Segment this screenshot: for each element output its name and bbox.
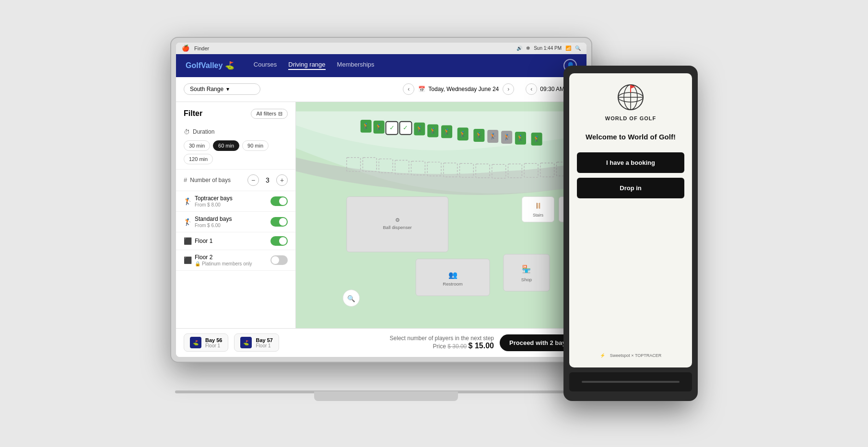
bay57-info: Bay 57 Floor 1 xyxy=(256,337,272,348)
date-next-button[interactable]: › xyxy=(503,83,514,95)
kiosk-welcome: Welcome to World of Golf! xyxy=(586,133,676,141)
bottom-bar: ⛳ Bay 56 Floor 1 ⛳ Bay 57 Floor 1 xyxy=(176,328,586,357)
kiosk-footer-text: Sweetspot × TOPTRACER xyxy=(610,353,661,358)
svg-text:🏌: 🏌 xyxy=(363,123,370,129)
standard-label: Standard bays xyxy=(195,216,232,222)
main-layout: Filter All filters ⊟ ⏱ Duration xyxy=(176,102,586,328)
standard-info: Standard bays From $ 6.00 xyxy=(195,216,232,228)
svg-text:🏌: 🏌 xyxy=(459,130,467,137)
bays-label: Number of bays xyxy=(190,177,231,183)
macbook-screen: 🍎 Finder 🔊 ✻ Sun 1:44 PM 📶 🔍 xyxy=(176,43,586,357)
floor2-toggle[interactable] xyxy=(270,255,288,265)
svg-text:🏌: 🏌 xyxy=(476,132,483,138)
clock-icon: ⏱ xyxy=(184,128,190,136)
pill-120min[interactable]: 120 min xyxy=(184,154,213,164)
price-info: Select number of players in the next ste… xyxy=(390,335,494,350)
toptracer-icon: 🏌 xyxy=(184,197,192,205)
svg-text:✓: ✓ xyxy=(403,124,408,131)
svg-text:✓: ✓ xyxy=(389,124,395,131)
nav-logo: GolfValley ⛳ xyxy=(186,61,235,70)
nav-driving-range[interactable]: Driving range xyxy=(288,61,325,70)
svg-rect-51 xyxy=(522,196,554,222)
menu-time: Sun 1:44 PM xyxy=(534,46,562,51)
bay56-name: Bay 56 xyxy=(205,337,222,343)
nav-memberships[interactable]: Memberships xyxy=(337,61,375,70)
bluetooth-icon: ✻ xyxy=(526,46,530,51)
macbook: 🍎 Finder 🔊 ✻ Sun 1:44 PM 📶 🔍 xyxy=(170,37,602,401)
bay57-icon: ⛳ xyxy=(240,337,252,348)
toptracer-price: From $ 8.00 xyxy=(195,202,233,207)
floor1-icon: ⬛ xyxy=(184,237,192,245)
logo-text: GolfValley xyxy=(186,61,223,69)
toptracer-toggle[interactable] xyxy=(270,196,288,206)
kiosk-footer: ⚡ Sweetspot × TOPTRACER xyxy=(600,353,661,358)
bay56-floor: Floor 1 xyxy=(205,343,222,348)
bays-label-row: # Number of bays xyxy=(184,176,231,183)
nav-courses[interactable]: Courses xyxy=(254,61,277,70)
bays-decrement-button[interactable]: − xyxy=(247,174,259,186)
floor1-info: Floor 1 xyxy=(195,238,212,244)
floor2-icon: ⬛ xyxy=(184,256,192,264)
bays-section: # Number of bays − 3 + xyxy=(176,170,295,191)
nav-bar: GolfValley ⛳ Courses Driving range Membe… xyxy=(176,54,586,77)
floor2-label-group: ⬛ Floor 2 🔒 Platinum members only xyxy=(184,254,252,266)
kiosk-dropin-button[interactable]: Drop in xyxy=(577,178,684,198)
floor1-label-group: ⬛ Floor 1 xyxy=(184,237,212,245)
time-label: 09:30 AM xyxy=(540,86,564,92)
range-name: South Range xyxy=(190,86,223,92)
lock-icon: 🔒 xyxy=(195,261,200,266)
price-original: $ 30.00 xyxy=(447,343,467,350)
floor2-label: Floor 2 xyxy=(195,254,252,261)
floor1-toggle-row: ⬛ Floor 1 xyxy=(176,232,295,250)
price-label: Price xyxy=(433,343,448,350)
svg-text:Shop: Shop xyxy=(521,276,532,282)
standard-toggle[interactable] xyxy=(270,217,288,227)
svg-text:⚙: ⚙ xyxy=(395,217,400,223)
menu-bar-left: 🍎 Finder xyxy=(182,45,209,52)
date-prev-button[interactable]: ‹ xyxy=(403,83,414,95)
duration-section: ⏱ Duration 30 min 60 min 90 min 120 min xyxy=(176,124,295,170)
hash-icon: # xyxy=(184,176,187,183)
sidebar: Filter All filters ⊟ ⏱ Duration xyxy=(176,102,296,328)
time-prev-button[interactable]: ‹ xyxy=(526,83,537,95)
standard-label-group: 🏌 Standard bays From $ 6.00 xyxy=(184,216,232,228)
bay56-card: ⛳ Bay 56 Floor 1 xyxy=(184,333,228,352)
floor2-info: Floor 2 🔒 Platinum members only xyxy=(195,254,252,266)
floor2-restriction: Platinum members only xyxy=(202,261,252,266)
bay56-info: Bay 56 Floor 1 xyxy=(205,337,222,348)
range-selector[interactable]: South Range ▾ xyxy=(184,83,260,95)
floor1-toggle[interactable] xyxy=(270,236,288,246)
finder-label: Finder xyxy=(194,46,209,51)
duration-label-row: ⏱ Duration xyxy=(184,128,288,136)
bays-stepper: − 3 + xyxy=(247,174,288,186)
bays-increment-button[interactable]: + xyxy=(276,174,288,186)
globe-icon xyxy=(616,83,645,112)
date-display: 📅 Today, Wednesday June 24 xyxy=(418,86,499,92)
date-label: Today, Wednesday June 24 xyxy=(428,86,499,92)
all-filters-button[interactable]: All filters ⊟ xyxy=(251,109,288,119)
all-filters-label: All filters xyxy=(256,111,276,116)
toptracer-info: Toptracer bays From $ 8.00 xyxy=(195,195,233,207)
map-area: ✓ ✓ 🏌 � xyxy=(296,102,586,328)
standard-toggle-row: 🏌 Standard bays From $ 6.00 xyxy=(176,212,295,232)
card-stripe xyxy=(582,381,680,383)
pill-30min[interactable]: 30 min xyxy=(184,140,210,151)
pill-90min[interactable]: 90 min xyxy=(242,140,269,151)
app-content: GolfValley ⛳ Courses Driving range Membe… xyxy=(176,54,586,357)
kiosk-device: WORLD OF GOLF Welcome to World of Golf! … xyxy=(563,66,698,401)
macbook-base xyxy=(314,391,458,401)
bay56-icon: ⛳ xyxy=(190,337,201,348)
svg-text:🏌: 🏌 xyxy=(490,133,497,139)
pill-60min[interactable]: 60 min xyxy=(213,140,239,151)
search-icon: 🔍 xyxy=(575,46,581,51)
filter-icon: ⊟ xyxy=(278,111,282,117)
filter-title: Filter xyxy=(184,109,202,118)
kiosk-screen: WORLD OF GOLF Welcome to World of Golf! … xyxy=(569,73,692,367)
svg-text:🔍: 🔍 xyxy=(347,294,355,302)
price-description: Select number of players in the next ste… xyxy=(390,335,494,342)
bay57-floor: Floor 1 xyxy=(256,343,272,348)
svg-text:🏌: 🏌 xyxy=(504,134,511,140)
kiosk-booking-button[interactable]: I have a booking xyxy=(577,152,684,173)
apple-logo-icon: 🍎 xyxy=(182,45,189,52)
duration-label: Duration xyxy=(193,128,214,135)
